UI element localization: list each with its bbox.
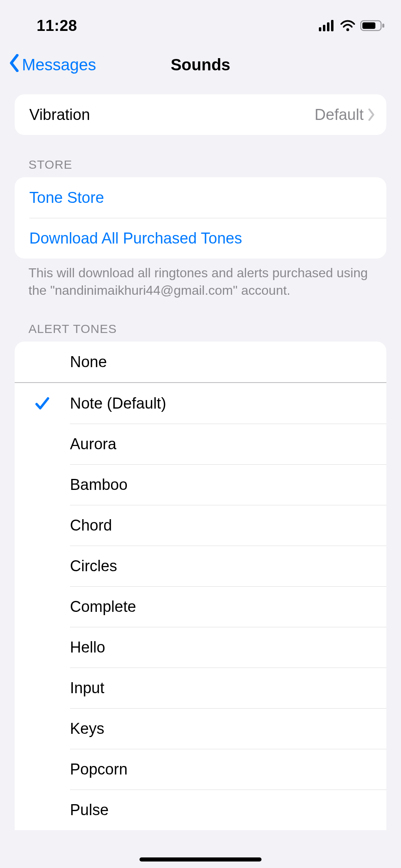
tone-label: Input <box>70 679 386 697</box>
tone-row[interactable]: Chord <box>15 505 386 546</box>
tone-row[interactable]: Input <box>15 668 386 708</box>
wifi-icon <box>340 20 355 31</box>
svg-point-4 <box>347 28 349 31</box>
tone-store-label: Tone Store <box>29 189 375 207</box>
store-group: Tone Store Download All Purchased Tones <box>15 177 386 259</box>
vibration-row[interactable]: Vibration Default <box>15 94 386 135</box>
tone-label: Bamboo <box>70 476 386 494</box>
nav-bar: Messages Sounds <box>0 46 401 83</box>
tone-label: Note (Default) <box>70 395 386 412</box>
tone-row[interactable]: Hello <box>15 627 386 668</box>
cellular-icon <box>319 20 335 31</box>
tone-label: Complete <box>70 598 386 616</box>
tone-store-row[interactable]: Tone Store <box>15 177 386 218</box>
tone-row[interactable]: Keys <box>15 708 386 749</box>
battery-icon <box>360 20 385 31</box>
status-icons <box>319 20 385 31</box>
tone-label: Keys <box>70 720 386 737</box>
tone-none-row[interactable]: None <box>15 342 386 383</box>
tone-label: Pulse <box>70 801 386 819</box>
svg-rect-6 <box>362 22 375 29</box>
tone-row[interactable]: Aurora <box>15 424 386 464</box>
tone-row[interactable]: Bamboo <box>15 464 386 505</box>
alert-tones-header: ALERT TONES <box>0 299 401 342</box>
tone-label: Aurora <box>70 435 386 453</box>
tone-row[interactable]: Pulse <box>15 790 386 830</box>
svg-rect-0 <box>319 27 321 31</box>
tone-row[interactable]: Circles <box>15 546 386 586</box>
back-button[interactable]: Messages <box>0 54 96 76</box>
tone-label: Popcorn <box>70 761 386 778</box>
chevron-right-icon <box>368 109 375 121</box>
vibration-value: Default <box>315 106 364 124</box>
svg-rect-3 <box>331 20 333 31</box>
svg-rect-1 <box>323 25 325 31</box>
status-time: 11:28 <box>37 17 77 35</box>
svg-rect-2 <box>327 22 329 31</box>
tone-row[interactable]: Complete <box>15 586 386 627</box>
tone-label: None <box>70 353 386 371</box>
tone-label: Circles <box>70 557 386 575</box>
alert-tones-group: None Note (Default)AuroraBambooChordCirc… <box>15 342 386 830</box>
status-bar: 11:28 <box>0 0 401 40</box>
tone-label: Hello <box>70 639 386 656</box>
home-indicator <box>139 857 262 861</box>
vibration-label: Vibration <box>29 106 315 124</box>
tone-row[interactable]: Note (Default) <box>15 383 386 424</box>
chevron-left-icon <box>8 54 20 76</box>
store-header: STORE <box>0 135 401 177</box>
tone-row[interactable]: Popcorn <box>15 749 386 790</box>
download-all-label: Download All Purchased Tones <box>29 230 375 247</box>
checkmark-icon <box>15 395 70 411</box>
tone-label: Chord <box>70 517 386 534</box>
vibration-group: Vibration Default <box>15 94 386 135</box>
download-all-row[interactable]: Download All Purchased Tones <box>15 218 386 259</box>
svg-rect-7 <box>382 24 384 28</box>
back-label: Messages <box>22 56 96 74</box>
store-footer: This will download all ringtones and ale… <box>0 259 401 299</box>
